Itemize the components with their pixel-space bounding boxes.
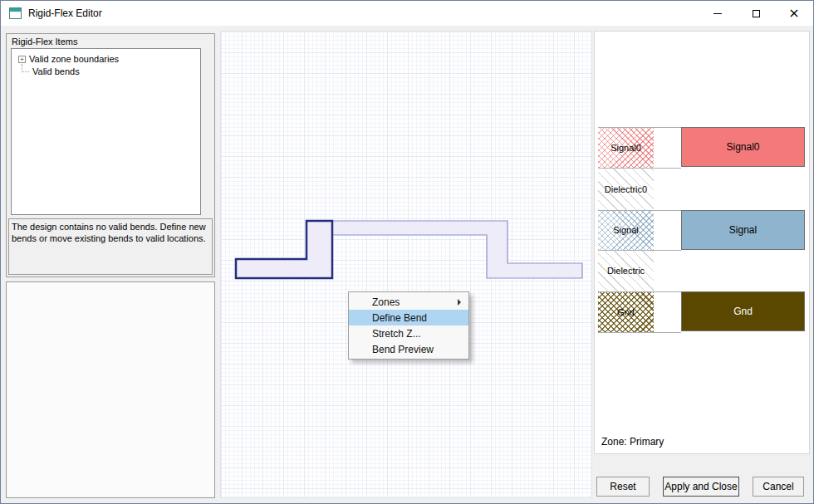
menu-item-label: Zones: [372, 296, 400, 308]
rigid-flex-items-tree[interactable]: + Valid zone boundaries Valid bends: [11, 48, 201, 215]
apply-and-close-button[interactable]: Apply and Close: [663, 477, 739, 497]
menu-item-label: Bend Preview: [372, 344, 434, 355]
menu-item-define-bend[interactable]: Define Bend: [349, 310, 468, 325]
tree-item-valid-zone-boundaries[interactable]: + Valid zone boundaries: [12, 54, 200, 64]
maximize-icon: [753, 10, 760, 17]
tree-connector-line: [22, 64, 29, 72]
menu-item-label: Define Bend: [372, 312, 427, 324]
layer-boundary-line: [598, 332, 681, 333]
rigid-flex-items-group: Rigid-Flex Items + Valid zone boundaries…: [6, 33, 215, 277]
design-canvas[interactable]: [220, 31, 592, 498]
layer-swatch-signal[interactable]: Signal: [681, 210, 805, 250]
stackup-hatch-signal0[interactable]: Signal0: [598, 127, 654, 168]
swatch-label: Signal0: [726, 141, 759, 153]
group-title: Rigid-Flex Items: [12, 37, 77, 46]
selected-bend-segment[interactable]: [236, 221, 332, 278]
tree-item-label: Valid zone boundaries: [29, 54, 119, 64]
swatch-label: Signal: [729, 224, 757, 236]
expand-plus-icon[interactable]: +: [18, 56, 26, 63]
layer-label: Dielectric: [607, 266, 645, 276]
stackup-panel: Signal0 Dielectric0 Signal Dielectric Gn…: [594, 31, 810, 454]
tree-item-label: Valid bends: [32, 66, 80, 76]
window-title: Rigid-Flex Editor: [28, 7, 102, 19]
layer-label: Signal: [613, 225, 639, 235]
layer-label: Signal0: [610, 143, 641, 153]
validation-message: The design contains no valid bends. Defi…: [8, 218, 213, 275]
rigid-flex-editor-window: { "window": { "title": "Rigid-Flex Edito…: [0, 0, 814, 504]
layer-boundary-line: [598, 168, 681, 169]
stackup-hatch-dielectric0[interactable]: Dielectric0: [598, 168, 654, 210]
menu-item-label: Stretch Z...: [372, 328, 421, 340]
stackup-hatch-signal[interactable]: Signal: [598, 210, 654, 250]
cancel-button[interactable]: Cancel: [753, 477, 804, 497]
layer-boundary-line: [598, 127, 681, 128]
close-button[interactable]: ×: [775, 1, 813, 26]
stackup-hatch-dielectric[interactable]: Dielectric: [598, 250, 654, 291]
layer-label: Gnd: [617, 307, 635, 317]
board-cross-section[interactable]: [221, 32, 591, 497]
details-panel: [6, 281, 215, 498]
layer-boundary-line: [598, 250, 681, 251]
reset-button[interactable]: Reset: [596, 477, 650, 497]
context-menu: Zones Define Bend Stretch Z... Bend Prev…: [348, 291, 469, 360]
layer-boundary-line: [598, 210, 681, 211]
minimize-button[interactable]: [699, 1, 737, 26]
swatch-label: Gnd: [733, 306, 753, 317]
menu-item-stretch-zone[interactable]: Stretch Z...: [349, 325, 468, 341]
titlebar: Rigid-Flex Editor ×: [1, 1, 813, 26]
tree-item-valid-bends[interactable]: Valid bends: [12, 66, 200, 76]
layer-swatch-gnd[interactable]: Gnd: [681, 291, 805, 331]
stackup-hatch-gnd[interactable]: Gnd: [598, 291, 654, 332]
close-icon: ×: [788, 7, 799, 20]
layer-label: Dielectric0: [605, 184, 647, 194]
app-window-icon: [9, 7, 22, 19]
zone-label: Zone: Primary: [601, 436, 664, 448]
menu-item-zones[interactable]: Zones: [349, 294, 468, 310]
layer-boundary-line: [598, 291, 681, 292]
layer-swatch-signal0[interactable]: Signal0: [681, 127, 805, 167]
menu-item-bend-preview[interactable]: Bend Preview: [349, 341, 468, 357]
maximize-button[interactable]: [737, 1, 775, 26]
caption-buttons: ×: [699, 1, 813, 26]
submenu-arrow-icon: [458, 299, 461, 306]
minimize-icon: [713, 13, 722, 14]
